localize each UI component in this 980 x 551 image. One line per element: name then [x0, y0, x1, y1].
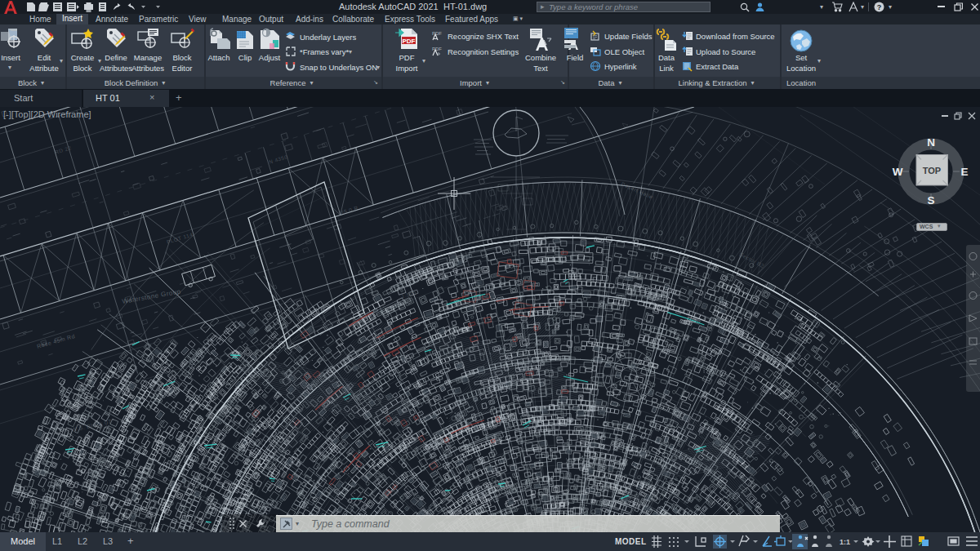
svg-text:W: W [893, 166, 903, 178]
svg-text:?: ? [877, 3, 882, 11]
svg-text:N: N [927, 136, 935, 149]
svg-text:PDF: PDF [432, 47, 442, 51]
svg-text:TOP: TOP [923, 166, 941, 176]
svg-text:PDF: PDF [432, 31, 442, 36]
svg-text:PDF: PDF [403, 38, 416, 45]
svg-text:S: S [927, 194, 934, 207]
svg-text:E: E [960, 166, 968, 178]
svg-text:1:1: 1:1 [840, 538, 850, 546]
